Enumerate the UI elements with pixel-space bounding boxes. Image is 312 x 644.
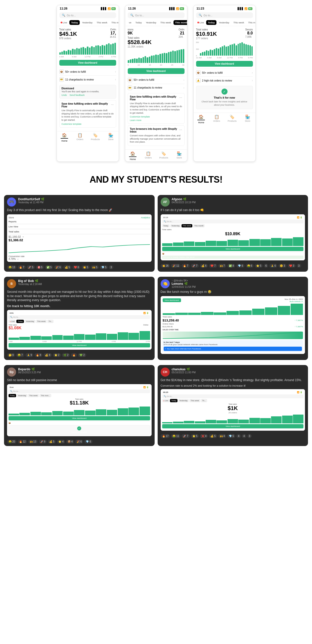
reaction-3-7[interactable]: 🌿 2: [62, 353, 70, 357]
mini-tab-thisweek-2[interactable]: This week: [182, 224, 193, 227]
search-bar-1[interactable]: 🔍 Go to...: [59, 12, 116, 18]
reaction-5-3[interactable]: 🙌 13: [28, 440, 38, 444]
reaction-2-11[interactable]: ⭐ 5: [255, 264, 263, 268]
tab-today-2[interactable]: Today: [134, 20, 144, 25]
reaction-2-6[interactable]: ❤️ 7: [209, 264, 217, 268]
card-link-1[interactable]: Customize template: [62, 123, 114, 125]
reaction-2-3[interactable]: 🔥 7: [182, 264, 190, 268]
mini-tab-live-6[interactable]: ● Live: [162, 399, 169, 402]
tab-live-3[interactable]: Live: [196, 20, 206, 25]
card-dots-1[interactable]: ···: [111, 102, 114, 106]
reaction-3-2[interactable]: 🤑 7: [16, 353, 24, 357]
reaction-2-9[interactable]: 💎 6: [236, 264, 244, 268]
reaction-2-2[interactable]: 🎉 11: [171, 264, 181, 268]
mini-tab-thisweek-3[interactable]: This week: [36, 320, 47, 323]
reaction-1-5[interactable]: ✅ 5: [45, 265, 53, 269]
card-link-2a[interactable]: Customize template: [130, 115, 182, 118]
nav-store-1[interactable]: 🏪 Store: [103, 133, 119, 142]
reaction-2-1[interactable]: 👏 26: [161, 264, 170, 268]
reaction-6-10[interactable]: 4: [242, 434, 246, 438]
reaction-6-8[interactable]: 💎 5: [227, 434, 235, 438]
reaction-6-6[interactable]: 💰 5: [209, 434, 217, 438]
action-orders-3[interactable]: 📦 50+ orders to fulfill ›: [196, 69, 253, 76]
reaction-2-16[interactable]: 3: [297, 264, 301, 268]
reaction-6-1[interactable]: 🔥 17: [161, 434, 170, 438]
mini-tab-live-3[interactable]: ● Live: [9, 320, 16, 323]
reaction-1-3[interactable]: 🚀 5: [27, 265, 35, 269]
mini-tab-today-5[interactable]: Today: [9, 394, 16, 397]
reaction-3-1[interactable]: 🤔 9: [7, 353, 15, 357]
reaction-2-15[interactable]: ❤️ 3: [288, 264, 296, 268]
reaction-3-3[interactable]: 🙏 9: [25, 353, 33, 357]
nav-store-3[interactable]: 🏪 Store: [240, 114, 255, 124]
action-orders-2[interactable]: 📦 50+ orders to fulfill ›: [128, 76, 185, 84]
mini-tab-th-6[interactable]: Th...: [201, 399, 207, 402]
reaction-1-4[interactable]: 🎯 5: [36, 265, 44, 269]
reaction-5-7[interactable]: 📦 4: [66, 440, 74, 444]
tab-thisweek-2[interactable]: This week: [159, 20, 173, 25]
nav-orders-2[interactable]: 📋 Orders: [141, 151, 156, 160]
reaction-5-5[interactable]: 💰 5: [48, 440, 56, 444]
reaction-1-8[interactable]: ❤️ 6: [72, 265, 80, 269]
tab-live-1[interactable]: Live: [59, 20, 69, 25]
tab-yesterday-1[interactable]: Yesterday: [80, 20, 94, 25]
reaction-6-11[interactable]: 3: [247, 434, 252, 438]
reaction-1-7[interactable]: 💰 5: [63, 265, 71, 269]
feedback-link-1[interactable]: Send feedback: [70, 94, 85, 96]
mini-btn-6[interactable]: View dashboard: [162, 424, 304, 428]
reaction-2-5[interactable]: 💰 6: [200, 264, 208, 268]
reaction-2-4[interactable]: 🚀 7: [191, 264, 199, 268]
reaction-6-2[interactable]: 🤑 11: [171, 434, 181, 438]
nav-products-2[interactable]: 🏷️ Products: [156, 151, 172, 160]
reaction-5-9[interactable]: 💎 6: [84, 440, 92, 444]
tab-thisweek-3[interactable]: This week: [232, 20, 246, 25]
nav-products-3[interactable]: 🏷️ Products: [225, 114, 240, 124]
mini-btn-3[interactable]: View dashboard: [9, 343, 150, 347]
tab-yesterday-3[interactable]: Yesterday: [217, 20, 231, 25]
mini-tab-thismonth-2[interactable]: This month: [193, 224, 205, 227]
reaction-3-9[interactable]: 💚 2: [78, 353, 86, 357]
mini-tab-today-6[interactable]: Today: [170, 399, 177, 402]
reaction-6-4[interactable]: ⭐ 5: [191, 434, 199, 438]
tab-thismonth-2[interactable]: This month: [173, 20, 187, 25]
tab-ve-2[interactable]: ve: [127, 20, 133, 25]
reaction-6-5[interactable]: ❌ 4: [200, 434, 208, 438]
mini-tab-yesterday-3[interactable]: Yesterday: [24, 320, 35, 323]
nav-home-2[interactable]: 🏠 Home: [125, 151, 141, 160]
reaction-2-12[interactable]: 6: [264, 264, 268, 268]
reaction-2-8[interactable]: ✅ 8: [227, 264, 235, 268]
reaction-5-1[interactable]: 🤑 20: [7, 440, 17, 444]
card-dots-2[interactable]: ···: [179, 95, 182, 99]
nav-home-3[interactable]: 🏠 Home: [194, 114, 209, 124]
reaction-5-8[interactable]: 🎉 6: [75, 440, 83, 444]
reaction-5-2[interactable]: 🔥 12: [18, 440, 27, 444]
search-bar-3[interactable]: 🔍 Go to...: [196, 12, 253, 18]
action-orders-1[interactable]: 📦 50+ orders to fulfill ›: [59, 68, 116, 75]
reaction-2-14[interactable]: 😊 3: [278, 264, 286, 268]
mini-tab-today-2[interactable]: Today: [162, 224, 170, 227]
mini-tab-yesterday-6[interactable]: Yesterday: [178, 399, 189, 402]
tab-thisweek-1[interactable]: This week: [95, 20, 109, 25]
mini-tab-th-3[interactable]: Th...: [47, 320, 54, 323]
view-dashboard-lemons[interactable]: View dashboard: [163, 298, 181, 302]
card-link-2b[interactable]: Learn more: [130, 119, 182, 122]
mini-tab-yesterday-5[interactable]: Yesterday: [17, 394, 27, 397]
action-risk-3[interactable]: ⚠️ 2 high risk orders to review ›: [196, 76, 253, 84]
mini-btn-5[interactable]: View dashboard: [9, 416, 150, 420]
reaction-2-7[interactable]: 🙌 7: [218, 264, 226, 268]
view-dashboard-btn-1[interactable]: View dashboard: [59, 60, 116, 66]
reaction-1-1[interactable]: 🤑 13: [7, 265, 17, 269]
nav-orders-1[interactable]: 📋 Orders: [72, 133, 88, 142]
mini-tab-yesterday-2[interactable]: Yesterday: [170, 224, 181, 227]
tab-today-3[interactable]: Today: [206, 20, 216, 25]
inbox-dots-2[interactable]: ···: [179, 128, 182, 132]
reaction-1-10[interactable]: 🙌 5: [91, 265, 99, 269]
reaction-3-5[interactable]: 💰 8: [43, 353, 52, 357]
view-dashboard-btn-2[interactable]: View dashboard: [128, 68, 185, 74]
action-chargebacks-1[interactable]: 💳 11 chargebacks to review ›: [59, 75, 116, 83]
reaction-1-12[interactable]: 3: [109, 265, 113, 269]
tab-yesterday-2[interactable]: Yesterday: [144, 20, 158, 25]
reaction-2-10[interactable]: 🤑 6: [246, 264, 254, 268]
nav-orders-3[interactable]: 📋 Orders: [209, 114, 225, 124]
search-bar-2[interactable]: 🔍 Go to...: [128, 12, 185, 18]
